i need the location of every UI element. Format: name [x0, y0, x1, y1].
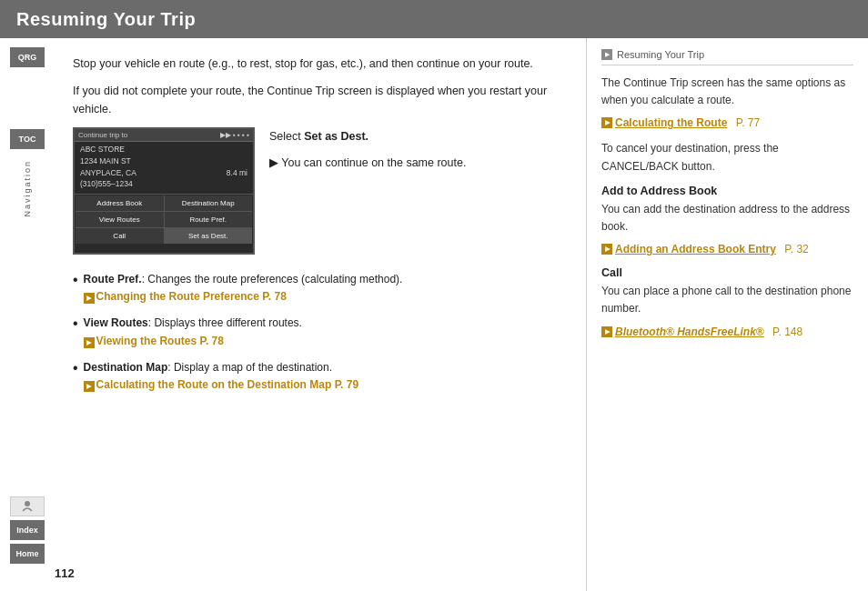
bullet-list: • Route Pref.: Changes the route prefere… [73, 271, 555, 394]
link-icon-1: ▶ [84, 337, 95, 348]
qrg-button[interactable]: QRG [10, 47, 45, 67]
dest-map-label: Destination Map [84, 361, 168, 374]
select-instruction-block: Select Set as Dest. ▶ You can continue o… [269, 127, 466, 255]
calc-route-page [730, 116, 732, 129]
viewing-routes-page: P. 78 [199, 335, 223, 347]
intro-paragraph-2: If you did not complete your route, the … [73, 82, 555, 118]
sidebar-intro: The Continue Trip screen has the same op… [601, 75, 853, 109]
link-icon-address: ▶ [601, 244, 612, 255]
route-pref-label: Route Pref. [84, 273, 142, 285]
select-instruction: Select Set as Dest. [269, 127, 466, 146]
link-icon-bluetooth: ▶ [601, 326, 612, 337]
call-desc: You can place a phone call to the destin… [601, 283, 853, 317]
cancel-text: To cancel your destination, press the CA… [601, 140, 853, 175]
subheading-call: Call [601, 266, 853, 279]
nav-icon [19, 498, 35, 515]
screen-header-icons: ▶▶ ▪ ▪ ▪ ▪ [220, 131, 249, 139]
home-button[interactable]: Home [10, 544, 45, 564]
screen-section: Continue trip to ▶▶ ▪ ▪ ▪ ▪ ABC STORE 12… [73, 127, 555, 255]
calc-route-link[interactable]: Calculating the Route [615, 116, 727, 129]
add-to-book-desc: You can add the destination address to t… [601, 201, 853, 235]
calc-route-page-val: P. 77 [736, 116, 760, 129]
btn-address-book[interactable]: Address Book [76, 195, 164, 211]
screen-street: 1234 MAIN ST [80, 155, 247, 167]
left-sidebar: QRG TOC Navigation Index Home [0, 38, 55, 591]
btn-set-as-dest[interactable]: Set as Dest. [165, 228, 253, 244]
screen-city: ANYPLACE, CA [80, 167, 136, 179]
screen-info: ABC STORE 1234 MAIN ST ANYPLACE, CA 8.4 … [75, 142, 253, 195]
nav-screen: Continue trip to ▶▶ ▪ ▪ ▪ ▪ ABC STORE 12… [73, 127, 255, 255]
btn-view-routes-screen[interactable]: View Routes [76, 212, 164, 227]
select-dest-label: Set as Dest. [304, 130, 368, 143]
changing-route-link[interactable]: Changing the Route Preference [96, 290, 259, 303]
section-icon: ▶ [601, 49, 612, 60]
page-title: Resuming Your Trip [16, 9, 196, 30]
dest-map-desc: : Display a map of the destination. [167, 361, 332, 374]
nav-label: Navigation [23, 160, 32, 217]
address-book-page [779, 243, 782, 255]
screen-store: ABC STORE [80, 144, 247, 155]
bullet-dot: • [73, 271, 78, 288]
btn-destination-map[interactable]: Destination Map [165, 195, 253, 211]
route-pref-desc: : Changes the route preferences (calcula… [142, 273, 403, 285]
list-item: • View Routes: Displays three different … [73, 315, 555, 349]
link-icon-calc: ▶ [601, 117, 612, 128]
bullet-dot: • [73, 315, 78, 332]
changing-route-page: P. 78 [262, 290, 286, 303]
subheading-add-to-book: Add to Address Book [601, 185, 853, 197]
screen-header: Continue trip to ▶▶ ▪ ▪ ▪ ▪ [75, 129, 253, 142]
bluetooth-page [767, 326, 770, 338]
view-routes-label: View Routes [84, 316, 148, 329]
list-item: • Route Pref.: Changes the route prefere… [73, 271, 555, 306]
bullet-view-routes: View Routes: Displays three different ro… [84, 315, 302, 349]
link-icon-2: ▶ [84, 381, 95, 392]
bluetooth-link[interactable]: Bluetooth® HandsFreeLink® [615, 326, 764, 338]
right-panel-title: ▶ Resuming Your Trip [601, 49, 853, 65]
btn-call-screen[interactable]: Call [76, 228, 164, 244]
screen-header-title: Continue trip to [78, 131, 127, 139]
sidebar-link-1: ▶ Calculating the Route P. 77 [601, 116, 853, 129]
bullet-route-pref: Route Pref.: Changes the route preferenc… [84, 271, 403, 306]
svg-point-0 [25, 501, 30, 506]
sidebar-bottom: Index Home [0, 496, 55, 564]
view-routes-desc: : Displays three different routes. [148, 316, 302, 329]
icon-button[interactable] [10, 496, 45, 516]
page-header: Resuming Your Trip [0, 0, 868, 38]
section-heading: Resuming Your Trip [617, 49, 704, 60]
bullet-destination-map: Destination Map: Display a map of the de… [84, 359, 359, 394]
screen-buttons: Address Book Destination Map View Routes… [76, 195, 252, 244]
bullet-dot: • [73, 359, 78, 376]
page-number: 112 [55, 566, 75, 580]
list-item: • Destination Map: Display a map of the … [73, 359, 555, 394]
screen-distance: 8.4 mi [227, 167, 247, 179]
intro-paragraph-1: Stop your vehicle en route (e.g., to res… [73, 55, 555, 73]
main-content: Stop your vehicle en route (e.g., to res… [55, 38, 573, 591]
index-button[interactable]: Index [10, 520, 45, 540]
sidebar-link-2: ▶ Adding an Address Book Entry P. 32 [601, 243, 853, 255]
address-book-page-val: P. 32 [784, 243, 808, 255]
calc-route-dest-page: P. 79 [335, 378, 358, 391]
bluetooth-page-val: P. 148 [772, 326, 802, 338]
sidebar-link-3: ▶ Bluetooth® HandsFreeLink® P. 148 [601, 326, 853, 338]
select-description: ▶ You can continue on the same route. [269, 154, 466, 173]
link-icon-0: ▶ [84, 293, 95, 304]
toc-button[interactable]: TOC [10, 129, 45, 149]
right-panel: ▶ Resuming Your Trip The Continue Trip s… [586, 38, 868, 591]
btn-route-pref[interactable]: Route Pref. [165, 212, 253, 227]
viewing-routes-link[interactable]: Viewing the Routes [96, 335, 197, 347]
address-book-link[interactable]: Adding an Address Book Entry [615, 243, 776, 255]
calc-route-dest-link[interactable]: Calculating the Route on the Destination… [96, 378, 332, 391]
screen-phone: (310)555–1234 [80, 178, 247, 190]
